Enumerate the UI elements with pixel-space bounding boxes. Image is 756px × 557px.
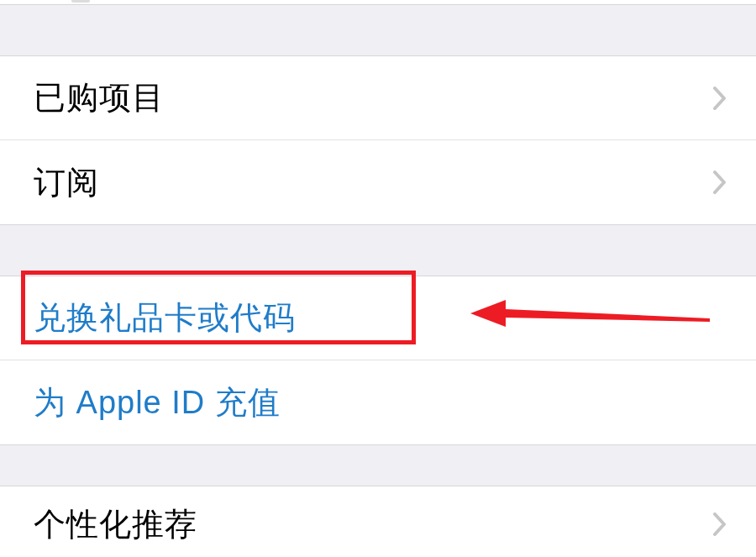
chevron-right-icon bbox=[713, 87, 727, 110]
redeem-label: 兑换礼品卡或代码 bbox=[34, 297, 296, 339]
chevron-right-icon bbox=[713, 512, 727, 536]
subscriptions-label: 订阅 bbox=[34, 161, 99, 204]
redeem-cell[interactable]: 兑换礼品卡或代码 bbox=[0, 276, 756, 360]
chevron-right-icon bbox=[713, 171, 727, 194]
section-spacer bbox=[0, 225, 756, 276]
previous-group-fragment bbox=[0, 0, 756, 5]
add-funds-label: 为 Apple ID 充值 bbox=[34, 381, 281, 424]
add-funds-cell[interactable]: 为 Apple ID 充值 bbox=[0, 360, 756, 444]
personalized-cell[interactable]: 个性化推荐 bbox=[0, 486, 756, 557]
section-spacer bbox=[0, 5, 756, 55]
divider-fragment bbox=[71, 0, 90, 3]
purchased-label: 已购项目 bbox=[34, 76, 165, 119]
purchased-cell[interactable]: 已购项目 bbox=[0, 56, 756, 140]
personalization-group: 个性化推荐 bbox=[0, 486, 756, 557]
account-group: 已购项目 订阅 bbox=[0, 55, 756, 225]
credit-group: 兑换礼品卡或代码 为 Apple ID 充值 bbox=[0, 276, 756, 445]
subscriptions-cell[interactable]: 订阅 bbox=[0, 140, 756, 224]
personalized-label: 个性化推荐 bbox=[34, 503, 197, 546]
section-spacer bbox=[0, 445, 756, 486]
